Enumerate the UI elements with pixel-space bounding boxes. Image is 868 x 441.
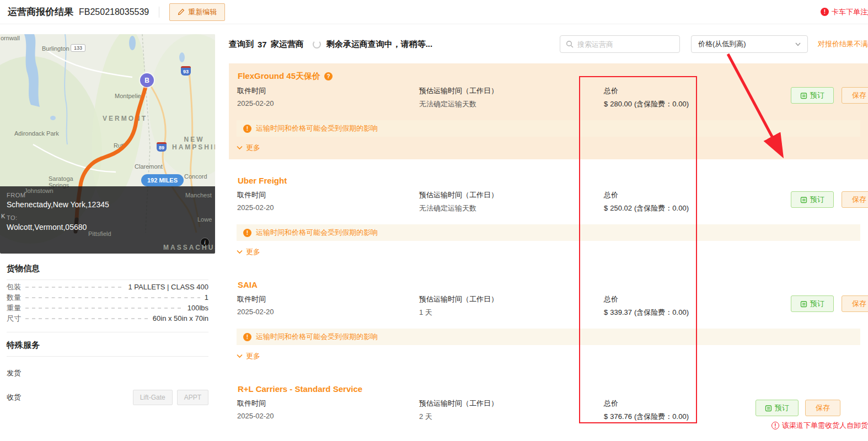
carrier-search [560, 35, 680, 53]
transit-label: 预估运输时间（工作日） [419, 86, 604, 96]
save-button[interactable]: 保存 [842, 191, 868, 208]
interstate-shield-89: 89 [157, 142, 167, 152]
liftgate-tag: Lift-Gate [133, 390, 173, 405]
currency: $ [604, 100, 608, 108]
price-amount: 250.02 [610, 204, 632, 212]
carrier-name: SAIA [238, 280, 258, 289]
truck-order-notice-link[interactable]: ! 卡车下单注意 [821, 7, 868, 17]
book-button[interactable]: 预订 [791, 295, 834, 312]
carrier-card: R+L Carriers - Standard Service 取件时间 202… [229, 376, 868, 441]
self-unload-note: ! 该渠道下单需收货人自卸货 [771, 421, 868, 431]
map-label-montpelier: Montpelier [115, 93, 143, 99]
sort-value: 价格(从低到高) [698, 39, 746, 49]
chevron-down-icon [237, 354, 243, 358]
cargo-row-weight: 重量 100lbs [7, 304, 208, 311]
feedback-link[interactable]: 对报价结果不满 [818, 39, 868, 49]
cargo-row-dimensions: 尺寸 60in x 50in x 70in [7, 315, 208, 322]
insurance-note: (含保险费：0.00) [634, 204, 689, 212]
carrier-name: FlexGround 45天保价 [238, 71, 320, 82]
carrier-list: FlexGround 45天保价 ? 取件时间 2025-02-20 预估运输时… [229, 63, 868, 441]
pickup-date: 2025-02-20 [237, 203, 419, 212]
from-address: Schenectady,New York,12345 [7, 200, 208, 209]
chevron-down-icon [795, 42, 801, 46]
book-button[interactable]: 预订 [791, 191, 834, 208]
save-button[interactable]: 保存 [805, 400, 840, 416]
transit-value: 无法确定运输天数 [419, 203, 604, 213]
transit-value: 无法确定运输天数 [419, 99, 604, 109]
map-label-manchester: Manchest [185, 192, 212, 198]
pickup-date: 2025-02-20 [237, 412, 419, 420]
total-price: $339.37(含保险费：0.00) [604, 308, 791, 318]
insurance-note: (含保险费：0.00) [634, 412, 689, 421]
map-label-lowell: Lowe [197, 216, 212, 223]
map-label-johnstown: Johnstown [24, 187, 53, 194]
map-label-adirondack-park: Adirondack Park [14, 130, 59, 137]
map-label-new-hampshire: NEW HAMPSHIR [172, 136, 215, 151]
dashed-leader [25, 308, 183, 309]
search-icon [566, 40, 574, 48]
found-prefix: 查询到 [229, 39, 254, 50]
page-title: 运营商报价结果 [8, 6, 73, 18]
dashed-leader [25, 297, 200, 298]
transit-value: 2 天 [419, 412, 604, 422]
dashed-leader [25, 287, 124, 288]
notice-label: 卡车下单注意 [832, 7, 868, 17]
currency: $ [604, 204, 608, 212]
help-icon[interactable]: ? [324, 72, 333, 80]
more-toggle[interactable]: 更多 [229, 137, 268, 159]
transit-label: 预估运输时间（工作日） [419, 399, 604, 408]
currency: $ [604, 308, 608, 316]
search-input[interactable] [577, 40, 674, 49]
pickup-label: 取件时间 [237, 190, 419, 200]
map-label-pittsfield: Pittsfield [88, 230, 111, 237]
loading-spinner-icon [313, 40, 321, 49]
destination-marker-b[interactable]: B [140, 73, 154, 87]
save-button[interactable]: 保存 [842, 87, 868, 104]
special-services-section: 特殊服务 发货 收货 Lift-Gate APPT [0, 332, 215, 405]
left-panel: ornwall 133 Burlington Montpelier VERMON… [0, 34, 215, 405]
map-label-rutland: Rutl [114, 142, 125, 149]
warning-icon: ! [243, 125, 251, 133]
price-amount: 339.37 [610, 308, 632, 316]
booking-icon [800, 92, 807, 99]
pickup-date: 2025-02-20 [237, 308, 419, 316]
save-button[interactable]: 保存 [842, 295, 868, 312]
map-label-k: K [1, 213, 5, 219]
route-shield-133: 133 [71, 44, 85, 52]
cargo-info-section: 货物信息 包装 1 PALLETS | CLASS 400 数量 1 重量 10… [0, 254, 215, 332]
holiday-warning: ! 运输时间和价格可能会受到假期的影响 [237, 120, 860, 137]
carrier-card: SAIA 取件时间 2025-02-20 预估运输时间（工作日） 1 天 总价 … [229, 272, 868, 368]
pickup-date: 2025-02-20 [237, 99, 419, 107]
dashed-leader [25, 318, 148, 319]
reedit-button[interactable]: 重新编辑 [169, 3, 225, 21]
route-map[interactable]: ornwall 133 Burlington Montpelier VERMON… [0, 34, 215, 254]
holiday-warning: ! 运输时间和价格可能会受到假期的影响 [237, 329, 860, 345]
insurance-note: (含保险费：0.00) [634, 308, 689, 316]
chevron-down-icon [237, 250, 243, 254]
total-price: $250.02(含保险费：0.00) [604, 203, 791, 213]
transit-label: 预估运输时间（工作日） [419, 294, 604, 304]
cargo-row-packaging: 包装 1 PALLETS | CLASS 400 [7, 283, 208, 291]
cargo-info-title: 货物信息 [7, 263, 208, 280]
cargo-row-quantity: 数量 1 [7, 294, 208, 301]
results-panel: 查询到 37 家运营商 剩余承运商查询中，请稍等... 价格(从低到高) 对报价… [229, 34, 868, 441]
transit-label: 预估运输时间（工作日） [419, 190, 604, 200]
map-label-burlington: Burlington [42, 45, 69, 52]
booking-icon [800, 196, 807, 203]
warning-icon: ! [243, 333, 251, 341]
book-button[interactable]: 预订 [756, 400, 799, 416]
order-number: FB250218035539 [79, 7, 149, 17]
map-label-concord: Concord [184, 173, 207, 180]
divider [159, 7, 159, 18]
more-toggle[interactable]: 更多 [229, 345, 268, 368]
price-amount: 280.00 [610, 100, 632, 108]
total-price: $376.76(含保险费：0.00) [604, 412, 756, 422]
price-amount: 376.76 [610, 412, 632, 421]
book-button[interactable]: 预订 [791, 87, 834, 104]
more-toggle[interactable]: 更多 [229, 241, 268, 263]
sort-select[interactable]: 价格(从低到高) [691, 35, 808, 53]
appt-tag: APPT [177, 390, 208, 405]
carrier-name: Uber Freight [238, 176, 287, 185]
map-label-cornwall: ornwall [1, 35, 20, 41]
special-services-title: 特殊服务 [7, 340, 208, 357]
